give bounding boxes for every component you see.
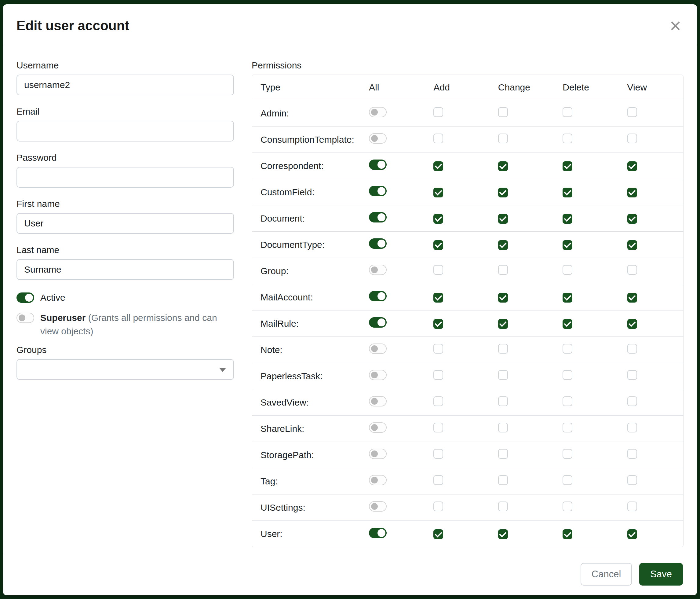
permission-change-checkbox[interactable] <box>498 319 508 329</box>
permission-view-checkbox[interactable] <box>627 502 637 511</box>
permission-view-checkbox[interactable] <box>627 370 637 380</box>
permission-view-checkbox[interactable] <box>627 161 637 171</box>
permission-all-toggle[interactable] <box>369 107 386 117</box>
permission-view-checkbox[interactable] <box>627 449 637 459</box>
permission-add-checkbox[interactable] <box>433 134 443 143</box>
permission-change-checkbox[interactable] <box>498 423 508 432</box>
first-name-field[interactable] <box>17 213 234 234</box>
permission-all-toggle[interactable] <box>369 396 386 406</box>
permission-add-checkbox[interactable] <box>433 449 443 459</box>
permission-delete-checkbox[interactable] <box>562 319 572 329</box>
permission-view-checkbox[interactable] <box>627 293 637 303</box>
permission-view-checkbox[interactable] <box>627 475 637 485</box>
permission-change-checkbox[interactable] <box>498 475 508 485</box>
last-name-field[interactable] <box>17 259 234 280</box>
active-label: Active <box>40 291 65 304</box>
permission-add-checkbox[interactable] <box>433 529 443 539</box>
permission-all-toggle[interactable] <box>369 422 386 433</box>
permission-change-checkbox[interactable] <box>498 293 508 303</box>
close-icon[interactable]: × <box>668 16 683 35</box>
permission-delete-checkbox[interactable] <box>562 240 572 250</box>
permission-all-toggle[interactable] <box>369 238 386 249</box>
permission-delete-checkbox[interactable] <box>562 423 572 432</box>
permission-add-checkbox[interactable] <box>433 265 443 275</box>
permission-view-checkbox[interactable] <box>627 423 637 432</box>
permission-view-checkbox[interactable] <box>627 240 637 250</box>
permission-all-toggle[interactable] <box>369 317 386 328</box>
permission-change-checkbox[interactable] <box>498 529 508 539</box>
permission-all-toggle[interactable] <box>369 475 386 485</box>
permission-change-checkbox[interactable] <box>498 134 508 143</box>
permission-view-checkbox[interactable] <box>627 188 637 197</box>
permission-row: Document: <box>252 206 683 232</box>
permission-add-checkbox[interactable] <box>433 370 443 380</box>
permission-add-checkbox[interactable] <box>433 475 443 485</box>
permission-all-toggle[interactable] <box>369 265 386 275</box>
permission-view-checkbox[interactable] <box>627 134 637 143</box>
permission-change-checkbox[interactable] <box>498 265 508 275</box>
permission-delete-checkbox[interactable] <box>562 293 572 303</box>
permission-delete-checkbox[interactable] <box>562 502 572 511</box>
permission-change-checkbox[interactable] <box>498 502 508 511</box>
permission-view-checkbox[interactable] <box>627 319 637 329</box>
permission-view-checkbox[interactable] <box>627 529 637 539</box>
permission-change-checkbox[interactable] <box>498 344 508 354</box>
username-input[interactable] <box>17 75 234 95</box>
permission-delete-checkbox[interactable] <box>562 134 572 143</box>
permission-all-toggle[interactable] <box>369 212 386 222</box>
permission-all-toggle[interactable] <box>369 343 386 354</box>
active-toggle[interactable] <box>17 292 34 303</box>
permission-all-toggle[interactable] <box>369 160 386 170</box>
permission-delete-checkbox[interactable] <box>562 370 572 380</box>
permission-change-checkbox[interactable] <box>498 161 508 171</box>
permission-view-checkbox[interactable] <box>627 344 637 354</box>
permission-delete-checkbox[interactable] <box>562 188 572 197</box>
permission-view-checkbox[interactable] <box>627 397 637 406</box>
permission-change-checkbox[interactable] <box>498 240 508 250</box>
permission-delete-checkbox[interactable] <box>562 161 572 171</box>
permission-delete-checkbox[interactable] <box>562 397 572 406</box>
permission-all-toggle[interactable] <box>369 501 386 511</box>
permission-add-checkbox[interactable] <box>433 214 443 224</box>
permission-all-toggle[interactable] <box>369 133 386 144</box>
permission-add-checkbox[interactable] <box>433 344 443 354</box>
permission-all-toggle[interactable] <box>369 449 386 459</box>
permission-view-checkbox[interactable] <box>627 265 637 275</box>
permission-add-checkbox[interactable] <box>433 161 443 171</box>
superuser-toggle[interactable] <box>17 313 34 323</box>
permission-add-checkbox[interactable] <box>433 502 443 511</box>
permission-delete-checkbox[interactable] <box>562 265 572 275</box>
permission-delete-checkbox[interactable] <box>562 475 572 485</box>
permission-add-checkbox[interactable] <box>433 397 443 406</box>
permission-view-checkbox[interactable] <box>627 214 637 224</box>
permission-add-checkbox[interactable] <box>433 240 443 250</box>
groups-select-input[interactable] <box>17 359 234 380</box>
password-field[interactable] <box>17 167 234 188</box>
permission-change-checkbox[interactable] <box>498 370 508 380</box>
permission-add-checkbox[interactable] <box>433 319 443 329</box>
groups-select[interactable] <box>17 359 234 380</box>
password-label: Password <box>17 152 234 163</box>
permission-add-checkbox[interactable] <box>433 107 443 117</box>
permission-change-checkbox[interactable] <box>498 214 508 224</box>
cancel-button[interactable]: Cancel <box>581 563 632 585</box>
permission-change-checkbox[interactable] <box>498 188 508 197</box>
permission-view-checkbox[interactable] <box>627 107 637 117</box>
permission-all-toggle[interactable] <box>369 370 386 380</box>
permission-all-toggle[interactable] <box>369 186 386 196</box>
permission-all-toggle[interactable] <box>369 291 386 301</box>
permission-delete-checkbox[interactable] <box>562 344 572 354</box>
permission-delete-checkbox[interactable] <box>562 529 572 539</box>
permission-change-checkbox[interactable] <box>498 397 508 406</box>
permission-change-checkbox[interactable] <box>498 449 508 459</box>
save-button[interactable]: Save <box>639 563 683 585</box>
permission-all-toggle[interactable] <box>369 528 386 538</box>
permission-add-checkbox[interactable] <box>433 423 443 432</box>
permission-delete-checkbox[interactable] <box>562 107 572 117</box>
permission-add-checkbox[interactable] <box>433 293 443 303</box>
permission-change-checkbox[interactable] <box>498 107 508 117</box>
permission-delete-checkbox[interactable] <box>562 214 572 224</box>
permission-delete-checkbox[interactable] <box>562 449 572 459</box>
permission-add-checkbox[interactable] <box>433 188 443 197</box>
email-field[interactable] <box>17 121 234 142</box>
